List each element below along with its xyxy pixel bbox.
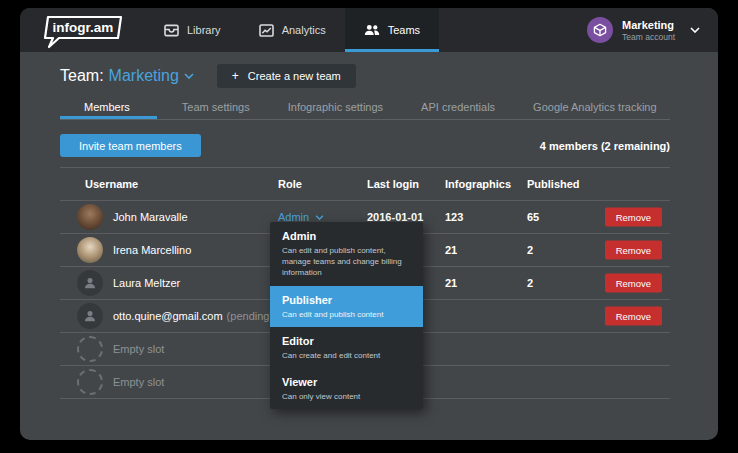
member-username: otto.quine@gmail.com(pending) [113, 310, 273, 322]
team-name: Marketing [109, 67, 179, 85]
member-infographics-count: 123 [445, 211, 463, 223]
tab-infographic-settings[interactable]: Infographic settings [275, 95, 396, 119]
member-infographics-count: 21 [445, 277, 457, 289]
role-option-viewer[interactable]: Viewer Can only view content [270, 368, 423, 409]
main-nav: Library Analytics Teams [145, 8, 439, 52]
plus-icon: + [232, 71, 239, 81]
chevron-down-icon [690, 27, 700, 33]
role-option-description: Can edit and publish content [282, 309, 411, 320]
nav-label: Library [187, 24, 221, 36]
remove-member-button[interactable]: Remove [605, 241, 662, 260]
avatar [77, 204, 103, 230]
remove-member-button[interactable]: Remove [605, 208, 662, 227]
analytics-icon [259, 24, 274, 37]
team-header-row: Team: Marketing + Create a new team [60, 61, 670, 91]
remove-member-button[interactable]: Remove [605, 274, 662, 293]
member-infographics-count: 21 [445, 244, 457, 256]
avatar [77, 270, 103, 296]
library-icon [164, 24, 179, 37]
member-published-count: 65 [527, 211, 539, 223]
create-new-team-button[interactable]: + Create a new team [217, 64, 356, 88]
role-dropdown-menu: Admin Can edit and publish content, mana… [270, 222, 423, 409]
tab-members[interactable]: Members [60, 95, 157, 119]
person-icon [82, 275, 98, 291]
role-option-editor[interactable]: Editor Can create and edit content [270, 327, 423, 368]
app-window: infogr.am Library Analytics [20, 8, 718, 440]
empty-avatar [77, 336, 103, 362]
logo-text: infogr.am [53, 20, 114, 35]
role-option-title: Publisher [282, 294, 411, 306]
avatar [77, 303, 103, 329]
member-published-count: 2 [527, 277, 533, 289]
column-header-last-login: Last login [367, 178, 419, 190]
role-option-description: Can edit and publish content, manage tea… [282, 245, 411, 279]
role-option-title: Admin [282, 230, 411, 242]
account-text: Marketing Team account [622, 19, 675, 42]
empty-avatar [77, 369, 103, 395]
column-header-username: Username [85, 178, 138, 190]
tab-api-credentials[interactable]: API credentials [408, 95, 508, 119]
top-navigation-bar: infogr.am Library Analytics [20, 8, 718, 52]
account-name: Marketing [622, 19, 675, 32]
teams-icon [364, 24, 380, 36]
invite-team-members-button[interactable]: Invite team members [60, 134, 201, 157]
column-header-infographics: Infographics [445, 178, 511, 190]
empty-slot-label: Empty slot [113, 343, 164, 355]
tab-google-analytics-tracking[interactable]: Google Analytics tracking [520, 95, 670, 119]
role-option-publisher[interactable]: Publisher Can edit and publish content [270, 286, 423, 327]
role-option-title: Viewer [282, 376, 411, 388]
member-username: Irena Marcellino [113, 244, 191, 256]
column-header-role: Role [278, 178, 302, 190]
member-username: Laura Meltzer [113, 277, 180, 289]
chevron-down-icon [184, 73, 194, 79]
infogram-logo[interactable]: infogr.am [33, 8, 125, 52]
team-account-avatar [587, 17, 613, 43]
member-published-count: 2 [527, 244, 533, 256]
empty-slot-label: Empty slot [113, 376, 164, 388]
role-option-description: Can only view content [282, 391, 411, 402]
toolbar-row: Invite team members 4 members (2 remaini… [60, 134, 670, 157]
role-option-title: Editor [282, 335, 411, 347]
nav-item-analytics[interactable]: Analytics [240, 8, 345, 52]
team-prefix: Team: [60, 67, 104, 85]
cube-icon [593, 23, 607, 37]
account-menu[interactable]: Marketing Team account [569, 8, 718, 52]
chevron-down-icon [315, 215, 324, 220]
tab-team-settings[interactable]: Team settings [169, 95, 263, 119]
nav-label: Teams [388, 24, 420, 36]
nav-item-teams[interactable]: Teams [345, 8, 439, 52]
member-username: John Maravalle [113, 211, 188, 223]
nav-item-library[interactable]: Library [145, 8, 240, 52]
column-header-published: Published [527, 178, 580, 190]
members-summary: 4 members (2 remaining) [540, 140, 670, 152]
remove-member-button[interactable]: Remove [605, 307, 662, 326]
member-email: otto.quine@gmail.com [113, 310, 223, 322]
speech-bubble-logo-icon: infogr.am [33, 10, 125, 50]
team-selector[interactable]: Team: Marketing [60, 67, 194, 85]
account-subtitle: Team account [622, 32, 675, 42]
create-team-label: Create a new team [248, 70, 341, 82]
section-tabs: Members Team settings Infographic settin… [60, 95, 670, 120]
table-header-row: Username Role Last login Infographics Pu… [60, 168, 670, 201]
avatar [77, 237, 103, 263]
pending-badge: (pending) [227, 310, 273, 322]
nav-label: Analytics [282, 24, 326, 36]
person-icon [82, 308, 98, 324]
role-option-admin[interactable]: Admin Can edit and publish content, mana… [270, 222, 423, 286]
role-option-description: Can create and edit content [282, 350, 411, 361]
